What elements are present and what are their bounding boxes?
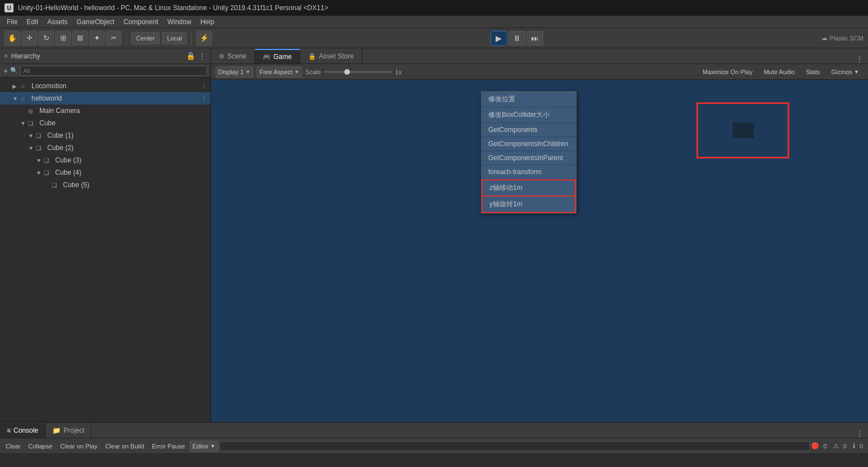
asset-tab-icon: 🔒 [308,53,316,60]
project-tab-label: Project [64,427,84,434]
plastic-scm[interactable]: ☁ Plastic SCM [821,34,863,42]
console-tab-label: Console [14,427,38,434]
tree-item-cube5[interactable]: ❑ Cube (5) [0,179,210,191]
tab-game[interactable]: 🎮 Game [255,49,300,64]
pause-button[interactable]: ⏸ [509,31,525,46]
aspect-select[interactable]: Free Aspect ▼ [257,66,302,78]
ctx-item-get-components-parent[interactable]: GetComponentsInParent [482,151,576,165]
menu-file[interactable]: File [2,17,22,27]
tree-item-cube1[interactable]: ▼ ❑ Cube (1) [0,129,210,142]
menu-help[interactable]: Help [196,17,219,27]
ctx-item-get-components-children[interactable]: GetComponentsInChildren [482,137,576,151]
tree-item-helloworld[interactable]: ▼ ☆ helloworld ⋮ [0,92,210,105]
rotate-tool[interactable]: ↻ [38,31,54,46]
bottom-panel: ≡ Console 📁 Project ⋮ Clear Collapse Cle… [0,422,868,467]
hierarchy-icon: ≡ [5,53,8,59]
ctx-item-modify-collider[interactable]: 修改BoxCollider大小 [482,107,576,123]
locomotion-menu-btn[interactable]: ⋮ [201,83,207,90]
space-button[interactable]: Local [162,32,187,44]
game-view: 修改位置 修改BoxCollider大小 GetComponents GetCo… [211,80,868,422]
move-tool[interactable]: ✛ [21,31,37,46]
locomotion-icon: ☆ [20,83,29,89]
custom-tool[interactable]: ✂ [106,31,122,46]
ctx-item-z-move[interactable]: z轴移动1m [482,179,576,197]
context-menu: 修改位置 修改BoxCollider大小 GetComponents GetCo… [481,91,577,214]
scene-tab-icon: ⚙ [219,53,224,60]
transform-tool[interactable]: ✦ [89,31,105,46]
clear-on-build-button[interactable]: Clear on Build [102,442,147,451]
game-toolbar: Display 1 ▼ Free Aspect ▼ Scale 1x Maxim… [211,64,868,80]
step-button[interactable]: ⏭ [527,31,543,46]
camera-icon: ◎ [28,108,37,114]
ctx-item-y-rotate[interactable]: y轴旋转1m [482,197,576,213]
tab-menu-button[interactable]: ⋮ [851,55,868,64]
info-count: ℹ 0 [853,442,866,450]
tree-item-cube[interactable]: ▼ ❑ Cube [0,117,210,129]
pivot-label: Center [136,35,155,42]
bottom-tab-project[interactable]: 📁 Project [46,423,92,438]
warning-count: ⚠ 0 [833,442,849,450]
tab-asset-store[interactable]: 🔒 Asset Store [300,49,362,64]
scale-slider-thumb [344,69,350,75]
tree-item-cube2[interactable]: ▼ ❑ Cube (2) [0,142,210,154]
arrow-locomotion: ▶ [12,83,20,89]
unity-icon: U [5,3,14,12]
ctx-item-modify-pos[interactable]: 修改位置 [482,92,576,107]
arrow-cube1: ▼ [28,133,36,139]
tree-item-cube3[interactable]: ▼ ❑ Cube (3) [0,154,210,166]
menu-window[interactable]: Window [163,17,196,27]
gizmos-label: Gizmos [831,69,852,75]
locomotion-label: Locomotion [32,82,201,90]
asset-tab-label: Asset Store [319,52,354,60]
gizmos-chevron: ▼ [854,69,859,75]
tree-item-main-camera[interactable]: ◎ Main Camera [0,105,210,117]
menu-gameobject[interactable]: GameObject [72,17,119,27]
scale-value: 1x [395,69,402,75]
cube1-icon: ❑ [36,133,45,139]
hierarchy-search-input[interactable] [20,66,207,76]
scale-label: Scale [305,69,321,75]
clear-on-play-button[interactable]: Clear on Play [57,442,101,451]
menu-edit[interactable]: Edit [22,17,43,27]
bottom-tab-console[interactable]: ≡ Console [0,423,46,438]
editor-dropdown[interactable]: Editor ▼ [190,441,218,452]
menu-assets[interactable]: Assets [43,17,72,27]
mute-audio-btn[interactable]: Mute Audio [759,67,799,76]
error-pause-button[interactable]: Error Pause [149,442,188,451]
pivot-button[interactable]: Center [131,32,160,44]
helloworld-menu-btn[interactable]: ⋮ [201,95,207,102]
toolbar: ✋ ✛ ↻ ⊞ ⊠ ✦ ✂ Center Local ⚡ ▶ ⏸ ⏭ ☁ Pla… [0,28,868,48]
cube5-label: Cube (5) [63,181,210,189]
rect-tool[interactable]: ⊠ [72,31,88,46]
scale-slider[interactable] [324,71,392,73]
editor-label: Editor [192,443,209,450]
add-button[interactable]: + [3,66,8,75]
bottom-tab-menu-button[interactable]: ⋮ [851,429,868,438]
cube2-label: Cube (2) [47,144,210,152]
helloworld-label: helloworld [32,94,201,102]
hierarchy-menu-button[interactable]: ⋮ [199,52,206,60]
clear-button[interactable]: Clear [2,442,24,451]
ctx-item-get-components[interactable]: GetComponents [482,123,576,137]
gizmos-btn[interactable]: Gizmos ▼ [827,67,863,76]
tree-item-cube4[interactable]: ▼ ❑ Cube (4) [0,166,210,179]
arrow-cube2: ▼ [28,145,36,151]
scale-tool[interactable]: ⊞ [55,31,71,46]
hierarchy-lock-button[interactable]: 🔒 [186,52,195,60]
maximize-on-play-btn[interactable]: Maximize On Play [698,67,757,76]
collab-button[interactable]: ⚡ [196,31,212,46]
hand-tool[interactable]: ✋ [5,31,20,46]
display-select[interactable]: Display 1 ▼ [215,66,253,78]
console-search-input[interactable] [219,441,810,451]
collapse-button[interactable]: Collapse [25,442,56,451]
cube4-label: Cube (4) [55,169,210,176]
hierarchy-panel: ≡ Hierarchy 🔒 ⋮ + 🔍 ▶ ☆ Locomotion ⋮ ▼ ☆… [0,48,211,422]
aspect-label: Free Aspect [259,69,293,75]
stats-btn[interactable]: Stats [802,67,825,76]
tab-scene[interactable]: ⚙ Scene [211,49,255,64]
menu-component[interactable]: Component [119,17,163,27]
play-button[interactable]: ▶ [491,31,507,46]
game-tab-label: Game [273,53,292,61]
ctx-item-foreach-transform[interactable]: foreach-transform [482,165,576,179]
tree-item-locomotion[interactable]: ▶ ☆ Locomotion ⋮ [0,80,210,92]
